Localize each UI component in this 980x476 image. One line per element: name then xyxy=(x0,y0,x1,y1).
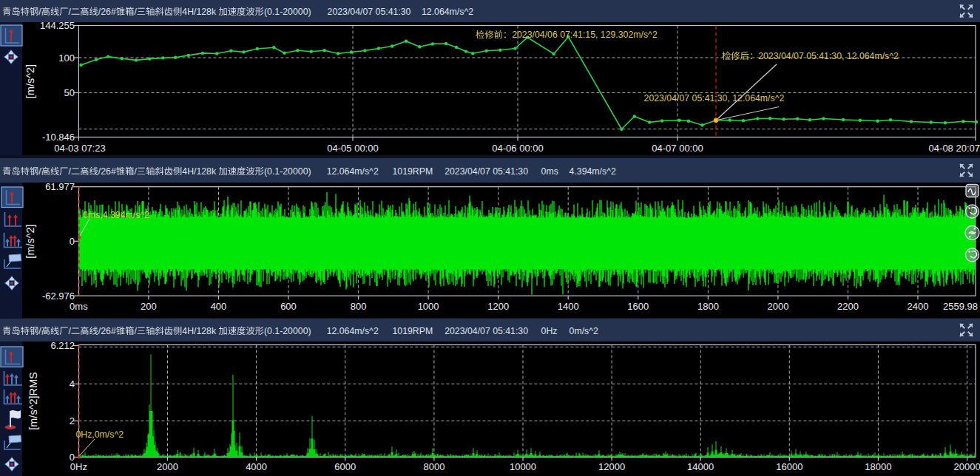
svg-text:0Hz: 0Hz xyxy=(541,326,558,336)
svg-text:1019RPM: 1019RPM xyxy=(393,166,433,177)
svg-text:400: 400 xyxy=(211,301,227,312)
svg-text:2023/04/07 05:41:30: 2023/04/07 05:41:30 xyxy=(328,7,411,17)
svg-text:/26#: /26# xyxy=(98,7,116,17)
svg-text:12.064m/s^2: 12.064m/s^2 xyxy=(422,7,473,17)
svg-text:20000: 20000 xyxy=(954,461,980,472)
svg-text:04-05 00:00: 04-05 00:00 xyxy=(327,143,378,154)
svg-text:/: / xyxy=(38,166,41,177)
svg-text:1000: 1000 xyxy=(418,301,439,312)
svg-text:/: / xyxy=(69,326,72,336)
svg-text:600: 600 xyxy=(280,301,297,312)
svg-text:2400: 2400 xyxy=(908,301,929,312)
svg-text:4H/128k: 4H/128k xyxy=(182,7,217,17)
svg-text:1200: 1200 xyxy=(487,301,509,312)
svg-text:144.255: 144.255 xyxy=(40,22,75,31)
svg-text:1019RPM: 1019RPM xyxy=(393,326,433,336)
svg-text:-62.976: -62.976 xyxy=(42,290,75,302)
svg-text:8000: 8000 xyxy=(423,461,445,472)
svg-text:2023/04/07 05:41:30: 2023/04/07 05:41:30 xyxy=(445,326,528,336)
svg-text:4H/128k: 4H/128k xyxy=(182,166,217,177)
svg-text:1600: 1600 xyxy=(627,301,649,312)
svg-text:14000: 14000 xyxy=(687,461,714,472)
svg-text:2023/04/07 05:41:30: 2023/04/07 05:41:30 xyxy=(445,166,528,177)
svg-text:-10.846: -10.846 xyxy=(42,132,75,143)
svg-text:/: / xyxy=(134,7,137,17)
svg-text:/: / xyxy=(38,7,41,17)
svg-text:2000: 2000 xyxy=(157,461,178,472)
svg-text:12.064m/s^2: 12.064m/s^2 xyxy=(327,166,379,177)
svg-text:(0.1-20000): (0.1-20000) xyxy=(264,7,311,17)
svg-text:1400: 1400 xyxy=(558,301,579,312)
svg-text:12.064m/s^2: 12.064m/s^2 xyxy=(327,326,379,336)
svg-text:0ms: 0ms xyxy=(541,166,558,177)
svg-text:/26#: /26# xyxy=(98,166,116,177)
svg-text:2559.98: 2559.98 xyxy=(943,301,978,312)
svg-text:800: 800 xyxy=(351,301,367,312)
svg-text:6000: 6000 xyxy=(334,461,356,472)
svg-text:200: 200 xyxy=(141,301,157,312)
svg-text:16000: 16000 xyxy=(776,461,802,472)
svg-text:2023/04/07 05:41:30, 12.064m/s: 2023/04/07 05:41:30, 12.064m/s^2 xyxy=(758,51,899,61)
svg-text:50: 50 xyxy=(64,87,75,98)
svg-text:61.977: 61.977 xyxy=(45,183,75,192)
svg-text:2023/04/07 05:41:30, 12.064m/s: 2023/04/07 05:41:30, 12.064m/s^2 xyxy=(644,93,785,103)
svg-text:2023/04/06 07:41:15, 129.302m/: 2023/04/06 07:41:15, 129.302m/s^2 xyxy=(512,30,658,40)
svg-text:04-08 20:07: 04-08 20:07 xyxy=(929,143,980,154)
svg-text:04-06 00:00: 04-06 00:00 xyxy=(492,143,543,154)
svg-text:(0.1-20000): (0.1-20000) xyxy=(264,326,311,336)
svg-text:4000: 4000 xyxy=(246,461,267,472)
svg-text:/26#: /26# xyxy=(98,326,116,336)
svg-text:0ms,4.394m/s^2: 0ms,4.394m/s^2 xyxy=(83,210,149,220)
svg-text:/: / xyxy=(134,166,137,177)
svg-text:6.212: 6.212 xyxy=(50,341,75,351)
svg-text:2200: 2200 xyxy=(837,301,859,312)
svg-text:4.394m/s^2: 4.394m/s^2 xyxy=(570,166,616,177)
svg-text:0Hz,0m/s^2: 0Hz,0m/s^2 xyxy=(76,429,124,440)
svg-text:100: 100 xyxy=(58,52,75,64)
svg-text:[m/s^2]RMS: [m/s^2]RMS xyxy=(27,372,39,430)
svg-text:1800: 1800 xyxy=(697,301,719,312)
svg-text:2000: 2000 xyxy=(767,301,788,312)
svg-text:4H/128k: 4H/128k xyxy=(182,326,217,336)
svg-text:/: / xyxy=(69,7,72,17)
svg-text:[m/s^2]: [m/s^2] xyxy=(24,64,36,98)
svg-text:04-03 07:23: 04-03 07:23 xyxy=(54,143,105,154)
svg-text:0Hz: 0Hz xyxy=(70,461,87,472)
svg-text:04-07 00:00: 04-07 00:00 xyxy=(652,143,703,154)
svg-text:10000: 10000 xyxy=(510,461,536,472)
svg-text:0ms: 0ms xyxy=(70,301,88,312)
svg-text:12000: 12000 xyxy=(598,461,625,472)
svg-text:/: / xyxy=(38,326,41,336)
svg-text:/: / xyxy=(69,166,72,177)
svg-text:[m/s^2]: [m/s^2] xyxy=(24,224,36,258)
svg-text:(0.1-20000): (0.1-20000) xyxy=(264,166,311,177)
svg-text:/: / xyxy=(134,326,137,336)
svg-text:0m/s^2: 0m/s^2 xyxy=(570,326,598,336)
svg-text:18000: 18000 xyxy=(865,461,891,472)
